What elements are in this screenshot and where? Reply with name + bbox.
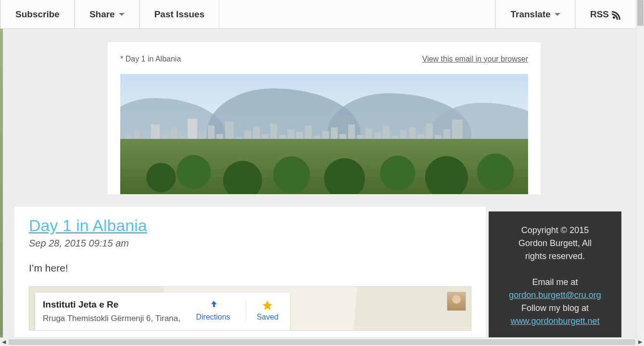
subscribe-button[interactable]: Subscribe: [0, 0, 75, 28]
place-card: Instituti Jeta e Re Rruga Themistokli Gë…: [35, 293, 290, 330]
scroll-right-icon[interactable]: ▶: [638, 339, 642, 345]
contact-email-link[interactable]: gordon.burgett@cru.org: [509, 290, 601, 300]
directions-icon: [207, 299, 219, 311]
subscribe-label: Subscribe: [15, 9, 60, 20]
article-date: Sep 28, 2015 09:15 am: [29, 238, 471, 249]
share-menu[interactable]: Share: [75, 0, 139, 28]
view-in-browser-link[interactable]: View this email in your browser: [422, 55, 528, 63]
article-heading: Day 1 in Albania: [29, 216, 471, 235]
left-edge-decoration: [0, 29, 3, 337]
page-body: * Day 1 in Albania View this email in yo…: [0, 29, 636, 337]
saved-button[interactable]: Saved: [246, 299, 282, 321]
hero-greenery: [120, 139, 528, 194]
scroll-thumb[interactable]: [637, 0, 644, 26]
preheader-tag: * Day 1 in Albania: [120, 55, 181, 63]
saved-label: Saved: [257, 313, 278, 321]
rss-label: RSS: [590, 9, 609, 20]
place-actions: Directions Saved: [192, 299, 282, 321]
copyright-line-3: rights reserved.: [497, 250, 613, 263]
star-icon: [262, 299, 273, 311]
article-lede: I’m here!: [29, 262, 471, 274]
copyright-line-2: Gordon Burgett, All: [497, 237, 613, 250]
vertical-scrollbar[interactable]: [636, 0, 644, 337]
directions-button[interactable]: Directions: [192, 299, 234, 321]
place-title: Instituti Jeta e Re: [43, 299, 186, 310]
past-issues-label: Past Issues: [154, 9, 205, 20]
scroll-left-icon[interactable]: ◀: [2, 339, 6, 345]
chevron-down-icon: [555, 13, 560, 16]
rss-icon: [613, 10, 621, 19]
article-title-link[interactable]: Day 1 in Albania: [29, 216, 147, 235]
toolbar-right: Translate RSS: [495, 0, 636, 28]
toolbar-left: Subscribe Share Past Issues: [0, 0, 219, 28]
hero-banner-image: [120, 74, 528, 194]
share-label: Share: [89, 9, 115, 20]
copyright-line-1: Copyright © 2015: [497, 224, 613, 237]
top-toolbar: Subscribe Share Past Issues Translate RS…: [0, 0, 636, 29]
horizontal-scrollbar[interactable]: ◀ ▶: [0, 337, 644, 346]
email-container: * Day 1 in Albania View this email in yo…: [108, 42, 541, 194]
translate-menu[interactable]: Translate: [495, 0, 575, 28]
sidebar-footer: Copyright © 2015 Gordon Burgett, All rig…: [489, 211, 621, 337]
past-issues-button[interactable]: Past Issues: [139, 0, 220, 28]
place-info: Instituti Jeta e Re Rruga Themistokli Gë…: [43, 299, 186, 323]
directions-label: Directions: [196, 313, 230, 321]
email-intro: Email me at: [497, 276, 613, 289]
hscroll-track[interactable]: [9, 339, 635, 345]
place-address: Rruga Themistokli Gërmenji 6, Tirana,: [43, 314, 186, 323]
translate-label: Translate: [510, 9, 550, 20]
rss-button[interactable]: RSS: [575, 0, 636, 28]
blog-link[interactable]: www.gordonburgett.net: [510, 316, 599, 326]
article-block: Day 1 in Albania Sep 28, 2015 09:15 am I…: [14, 207, 486, 337]
blog-intro: Follow my blog at: [497, 302, 613, 315]
preheader-row: * Day 1 in Albania View this email in yo…: [120, 55, 528, 63]
map-avatar[interactable]: [447, 292, 466, 311]
map-embed[interactable]: Instituti Jeta e Re Rruga Themistokli Gë…: [29, 286, 471, 331]
chevron-down-icon: [119, 13, 125, 16]
